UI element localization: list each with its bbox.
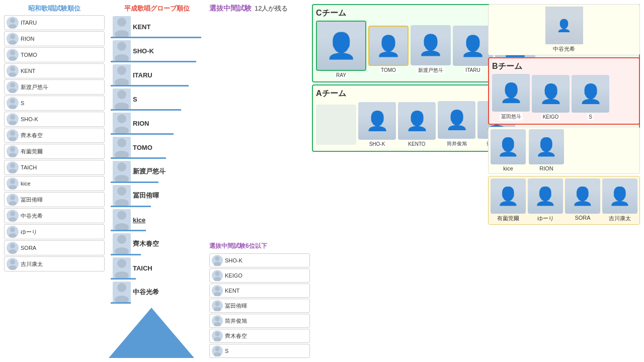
senbatsu-item-name: 齊木春空: [225, 332, 247, 340]
heisei-rank-item: KENT: [111, 15, 207, 38]
svg-point-8: [10, 82, 15, 87]
senbatsu-item-name: KENT: [225, 288, 239, 294]
svg-point-32: [117, 18, 126, 27]
svg-point-28: [10, 243, 15, 248]
showa-rank-name: RION: [21, 36, 35, 42]
senbatsu-bottom-list: SHO-KKEIGOKENT冨田侑暉筒井俊旭齊木春空S: [209, 253, 310, 358]
showa-rank-item: KENT: [4, 63, 105, 78]
svg-point-2: [10, 34, 15, 39]
svg-point-1: [9, 24, 17, 29]
b-team-label: Bチーム: [492, 61, 636, 72]
showa-rank-item: 有薗莞爾: [4, 144, 105, 159]
showa-rank-item: SORA: [4, 240, 105, 255]
svg-point-44: [117, 162, 126, 171]
heisei-column: 平成歌唱グローブ順位 KENTSHO-KITARUSRIONTOMO新渡戸悠斗冨…: [107, 4, 207, 358]
triangle-indicator: [109, 308, 194, 358]
showa-rank-item: SHO-K: [4, 112, 105, 127]
senbatsu-item-name: 冨田侑暉: [225, 302, 247, 310]
heisei-rank-item: ITARU: [111, 63, 207, 86]
bottom-group: 👤有薗莞爾👤ゆーり👤SORA👤吉川康太: [488, 176, 640, 225]
svg-point-42: [117, 138, 126, 147]
showa-rank-list: ITARURIONTOMOKENT新渡戸悠斗SSHO-K齊木春空有薗莞爾TAIC…: [4, 15, 105, 272]
showa-rank-name: 新渡戸悠斗: [21, 83, 48, 91]
svg-point-37: [115, 78, 129, 85]
svg-point-5: [9, 56, 17, 61]
heisei-rank-name: kice: [133, 216, 145, 224]
heisei-rank-name: TAICH: [133, 264, 152, 272]
senbatsu-bottom-title: 選抜中間試験6位以下: [209, 242, 310, 250]
member-name: 筒井俊旭: [445, 140, 468, 148]
heisei-rank-name: 新渡戸悠斗: [133, 167, 166, 176]
showa-rank-name: TOMO: [21, 52, 37, 58]
kice-rion-card: 👤kice👤RION: [488, 127, 640, 174]
svg-point-59: [214, 277, 221, 281]
heisei-rank-item: 冨田侑暉: [111, 184, 207, 207]
showa-rank-item: S: [4, 96, 105, 111]
showa-rank-item: 吉川康太: [4, 256, 105, 272]
showa-rank-item: 新渡戸悠斗: [4, 79, 105, 95]
showa-rank-name: 齊木春空: [21, 132, 43, 139]
side-card-name: RION: [539, 165, 553, 171]
nakaya-photo: 👤: [545, 7, 583, 44]
side-card: 👤kice: [491, 129, 526, 171]
senbatsu-item-name: 筒井俊旭: [225, 317, 247, 325]
svg-point-12: [10, 115, 15, 120]
heisei-rank-name: ITARU: [133, 71, 152, 79]
svg-point-11: [9, 105, 17, 109]
svg-point-14: [10, 131, 15, 136]
svg-point-52: [117, 259, 126, 268]
heisei-rank-item: 齊木春空: [111, 232, 207, 255]
member-name: ITARU: [464, 67, 481, 73]
b-team-members: 👤冨田悠斗👤KEIGO👤S: [492, 74, 636, 121]
svg-point-26: [10, 227, 15, 232]
senbatsu-item-name: SHO-K: [225, 257, 243, 263]
bottom-group-card: 👤吉川康太: [602, 178, 637, 222]
senbatsu-title: 選抜中間試験: [209, 4, 252, 13]
svg-point-50: [117, 235, 126, 244]
heisei-rank-item: S: [111, 87, 207, 111]
teams-section: Cチーム 👤RAY👤TOMO👤新渡戸悠斗👤ITARU👤TAICH Aチーム 👤S…: [312, 4, 640, 358]
side-card-name: kice: [503, 165, 513, 171]
b-team-member: 👤冨田悠斗: [492, 74, 530, 121]
svg-point-10: [10, 99, 15, 104]
senbatsu-item: 齊木春空: [209, 329, 310, 343]
svg-point-67: [214, 337, 221, 341]
showa-rank-item: TAICH: [4, 160, 105, 175]
svg-point-62: [215, 302, 219, 306]
svg-point-48: [117, 211, 126, 220]
svg-point-16: [10, 147, 15, 152]
svg-point-46: [117, 187, 126, 196]
svg-point-65: [214, 322, 221, 326]
heisei-rank-item: TOMO: [111, 136, 207, 159]
svg-point-0: [10, 18, 15, 23]
senbatsu-item: 冨田侑暉: [209, 299, 310, 313]
bottom-card-name: 有薗莞爾: [497, 215, 519, 222]
svg-point-58: [215, 272, 219, 276]
svg-point-39: [115, 103, 129, 110]
nakaya-card: 👤 中谷光希: [488, 4, 640, 55]
svg-point-56: [215, 256, 219, 261]
svg-point-49: [115, 223, 129, 230]
showa-rank-name: ITARU: [21, 20, 37, 26]
c-team-member: 👤ITARU: [453, 26, 493, 73]
c-team-member: 👤RAY: [316, 21, 366, 78]
senbatsu-item: 筒井俊旭: [209, 314, 310, 328]
showa-rank-name: 有薗莞爾: [21, 148, 43, 155]
b-team-box: Bチーム 👤冨田悠斗👤KEIGO👤S: [488, 57, 640, 125]
heisei-rank-item: RION: [111, 112, 207, 135]
svg-point-61: [214, 292, 221, 296]
svg-point-43: [115, 151, 129, 158]
member-name: KEIGO: [541, 114, 560, 120]
senbatsu-header: 選抜中間試験 12人が残る: [209, 4, 310, 13]
heisei-rank-name: 齊木春空: [133, 239, 159, 248]
showa-rank-name: SHO-K: [21, 116, 38, 122]
heisei-rank-list: KENTSHO-KITARUSRIONTOMO新渡戸悠斗冨田侑暉kice齊木春空…: [111, 15, 207, 304]
svg-point-30: [10, 259, 15, 264]
bottom-group-card: 👤有薗莞爾: [491, 178, 526, 222]
b-team-member: 👤KEIGO: [532, 75, 570, 120]
c-team-member: 👤新渡戸悠斗: [411, 25, 451, 74]
svg-point-55: [115, 296, 129, 303]
svg-point-18: [10, 163, 15, 168]
svg-point-69: [214, 352, 221, 356]
senbatsu-item-name: KEIGO: [225, 273, 243, 279]
